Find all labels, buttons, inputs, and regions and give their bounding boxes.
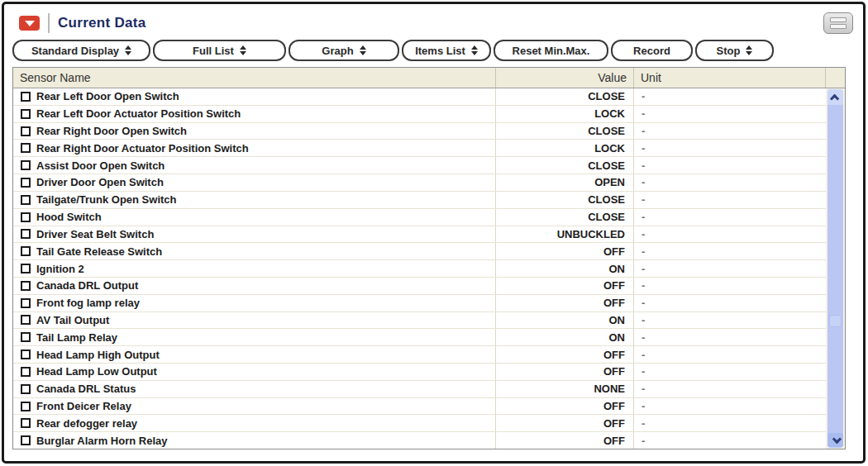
table-row[interactable]: Canada DRL Output OFF - (13, 278, 826, 295)
sensor-unit-label: - (641, 297, 645, 309)
table-row[interactable]: Driver Door Open Switch OPEN - (13, 174, 826, 192)
items-list-select[interactable]: Items List (402, 40, 491, 61)
table-row[interactable]: AV Tail Output ON - (13, 312, 826, 330)
row-checkbox[interactable] (21, 367, 31, 377)
record-button[interactable]: Record (611, 40, 693, 61)
sensor-unit-label: - (641, 125, 645, 137)
sensor-unit-label: - (641, 279, 645, 292)
list-scope-select[interactable]: Full List (153, 40, 286, 61)
sensor-name-cell: Rear Right Door Open Switch (13, 123, 496, 140)
chevron-up-icon (829, 93, 838, 102)
scroll-down-button[interactable] (827, 433, 843, 447)
sensor-unit-label: - (641, 176, 645, 188)
row-checkbox[interactable] (21, 195, 31, 205)
sensor-value-label: ON (609, 314, 626, 326)
sensor-unit-cell: - (634, 381, 826, 397)
sensor-unit-cell: - (634, 329, 826, 345)
row-checkbox[interactable] (21, 212, 31, 222)
sensor-name-label: Head Lamp High Output (36, 349, 160, 361)
row-checkbox[interactable] (21, 126, 31, 136)
collapse-button[interactable] (19, 16, 40, 31)
title-bar: Current Data (12, 11, 855, 36)
record-label: Record (633, 45, 670, 57)
row-checkbox[interactable] (21, 315, 31, 325)
reset-minmax-button[interactable]: Reset Min.Max. (494, 40, 608, 61)
row-checkbox[interactable] (21, 350, 31, 359)
vertical-scrollbar (826, 88, 845, 449)
sensor-name-cell: Canada DRL Status (13, 381, 496, 397)
sensor-value-label: OPEN (594, 176, 625, 188)
sensor-value-cell: ON (496, 329, 634, 345)
display-mode-select[interactable]: Standard Display (12, 40, 150, 61)
display-mode-label: Standard Display (31, 45, 119, 57)
row-checkbox[interactable] (21, 160, 31, 170)
row-checkbox[interactable] (21, 435, 31, 445)
sensor-name-label: Tail Lamp Relay (36, 331, 117, 344)
table-row[interactable]: Burglar Alarm Horn Relay OFF - (13, 432, 826, 449)
stacked-panels-icon (830, 24, 847, 29)
stacked-panels-icon (830, 17, 847, 22)
table-row[interactable]: Rear Left Door Actuator Position Switch … (13, 106, 826, 123)
row-checkbox[interactable] (21, 92, 31, 102)
table-row[interactable]: Front fog lamp relay OFF - (13, 295, 826, 312)
table-row[interactable]: Tail Gate Release Switch OFF - (13, 243, 826, 260)
sensor-name-label: Hood Switch (36, 211, 102, 223)
collapse-arrow-icon (25, 21, 35, 26)
sensor-unit-label: - (641, 365, 645, 378)
table-row[interactable]: Head Lamp High Output OFF - (13, 346, 826, 364)
row-checkbox[interactable] (21, 384, 31, 394)
sensor-value-cell: OFF (496, 295, 634, 311)
row-checkbox[interactable] (21, 246, 31, 256)
table-row[interactable]: Tail Lamp Relay ON - (13, 329, 826, 346)
stop-select[interactable]: Stop (695, 40, 774, 61)
sensor-value-label: OFF (603, 279, 625, 292)
sensor-value-label: CLOSE (588, 125, 625, 137)
sensor-unit-label: - (641, 417, 645, 430)
scrollbar-track[interactable] (827, 89, 843, 448)
column-header-unit[interactable]: Unit (634, 68, 826, 88)
table-row[interactable]: Canada DRL Status NONE - (13, 381, 826, 398)
table-row[interactable]: Tailgate/Trunk Open Switch CLOSE - (13, 192, 826, 209)
table-row[interactable]: Assist Door Open Switch CLOSE - (13, 157, 826, 174)
row-checkbox[interactable] (21, 143, 31, 153)
updown-arrows-icon (360, 45, 366, 55)
sensor-unit-cell: - (634, 415, 826, 431)
sensor-name-cell: Front Deicer Relay (13, 398, 496, 415)
sensor-value-label: OFF (603, 245, 625, 258)
sensor-value-cell: OFF (496, 364, 634, 380)
updown-arrows-icon (746, 45, 752, 55)
column-header-value[interactable]: Value (496, 68, 634, 88)
sensor-name-label: Rear defogger relay (36, 417, 137, 430)
table-row[interactable]: Front Deicer Relay OFF - (13, 398, 826, 416)
row-checkbox[interactable] (21, 418, 31, 428)
scrollbar-thumb[interactable] (829, 315, 842, 327)
sensor-value-label: OFF (603, 349, 625, 361)
table-row[interactable]: Rear Right Door Open Switch CLOSE - (13, 123, 826, 140)
row-checkbox[interactable] (21, 178, 31, 188)
row-checkbox[interactable] (21, 298, 31, 308)
table-row[interactable]: Rear Left Door Open Switch CLOSE - (13, 88, 826, 106)
row-checkbox[interactable] (21, 281, 31, 291)
title-divider (48, 13, 50, 33)
sensor-name-label: Canada DRL Status (36, 383, 136, 395)
table-row[interactable]: Ignition 2 ON - (13, 260, 826, 278)
row-checkbox[interactable] (21, 332, 31, 342)
scroll-up-button[interactable] (827, 89, 843, 105)
row-checkbox[interactable] (21, 264, 31, 273)
layout-toggle-button[interactable] (823, 12, 853, 34)
table-row[interactable]: Head Lamp Low Output OFF - (13, 364, 826, 381)
sensor-value-cell: OFF (496, 346, 634, 363)
graph-select[interactable]: Graph (289, 40, 399, 61)
sensor-value-cell: ON (496, 312, 634, 329)
table-row[interactable]: Rear Right Door Actuator Position Switch… (13, 140, 826, 157)
row-checkbox[interactable] (21, 402, 31, 411)
sensor-name-cell: Driver Door Open Switch (13, 174, 496, 191)
column-header-sensor-name[interactable]: Sensor Name (13, 68, 496, 88)
row-checkbox[interactable] (21, 229, 31, 239)
table-row[interactable]: Hood Switch CLOSE - (13, 209, 826, 226)
table-row[interactable]: Driver Seat Belt Switch UNBUCKLED - (13, 226, 826, 244)
stop-label: Stop (717, 45, 741, 57)
sensor-unit-label: - (641, 349, 645, 361)
table-row[interactable]: Rear defogger relay OFF - (13, 415, 826, 432)
row-checkbox[interactable] (21, 109, 31, 119)
